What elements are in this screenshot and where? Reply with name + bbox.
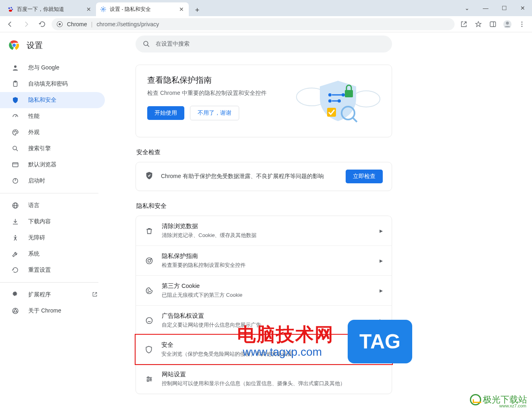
bookmark-star-icon[interactable]	[471, 17, 485, 31]
window-maximize-icon[interactable]: ☐	[495, 0, 513, 16]
chrome-icon	[56, 21, 63, 27]
target-icon	[145, 256, 154, 265]
window-close-icon[interactable]: ✕	[513, 0, 532, 16]
chevron-right-icon: ▸	[380, 227, 383, 235]
svg-line-27	[16, 149, 18, 151]
sidebar-divider	[0, 193, 98, 193]
sidebar-item-performance[interactable]: 性能	[0, 108, 105, 124]
watermark-green-url: www.xz7.com	[499, 403, 526, 408]
row-site-settings[interactable]: 网站设置控制网站可以使用和显示什么信息（如位置信息、摄像头、弹出式窗口及其他）	[136, 364, 392, 394]
row-privacy-guide[interactable]: 隐私保护指南检查重要的隐私控制设置和安全控件 ▸	[136, 245, 392, 275]
sidebar-item-downloads[interactable]: 下载内容	[0, 214, 105, 230]
back-button[interactable]	[3, 17, 17, 31]
svg-point-4	[102, 8, 104, 10]
svg-point-12	[522, 23, 523, 25]
svg-point-51	[148, 259, 151, 262]
svg-rect-28	[13, 163, 18, 167]
sidebar-item-languages[interactable]: 语言	[0, 197, 105, 214]
settings-search[interactable]: 在设置中搜索	[136, 36, 392, 52]
svg-point-60	[150, 378, 151, 380]
omnibox-chip: Chrome	[67, 21, 87, 27]
close-tab-icon[interactable]: ✕	[86, 6, 92, 13]
window-minimize-icon[interactable]: ―	[476, 0, 495, 16]
close-tab-icon[interactable]: ✕	[178, 6, 185, 13]
tab-strip: 百度一下，你就知道 ✕ 设置 - 隐私和安全 ✕ +	[0, 0, 532, 16]
svg-point-25	[16, 132, 17, 132]
sidebar-item-autofill[interactable]: 自动填充和密码	[0, 76, 105, 92]
browser-icon	[11, 161, 19, 169]
chrome-logo-icon	[9, 40, 19, 50]
trash-icon	[145, 227, 154, 235]
window-dropdown-icon[interactable]: ⌄	[458, 0, 476, 16]
shield-icon	[11, 96, 19, 104]
new-tab-button[interactable]: +	[191, 4, 203, 16]
svg-point-53	[150, 291, 150, 292]
tab-title: 百度一下，你就知道	[17, 6, 82, 13]
svg-point-54	[148, 292, 149, 292]
privacy-list-card: 清除浏览数据清除浏览记录、Cookie、缓存及其他数据 ▸ 隐私保护指南检查重要…	[136, 216, 392, 394]
settings-sidebar: 您与 Google 自动填充和密码 隐私和安全 性能 外观 搜索引擎 默认浏览器…	[0, 58, 105, 409]
browser-toolbar: Chrome | chrome://settings/privacy	[0, 16, 532, 32]
sidebar-item-default-browser[interactable]: 默认浏览器	[0, 157, 105, 173]
search-placeholder: 在设置中搜索	[156, 40, 190, 48]
omnibox-url: chrome://settings/privacy	[96, 21, 159, 27]
forward-button[interactable]	[19, 17, 33, 31]
svg-point-52	[148, 289, 149, 290]
chevron-right-icon: ▸	[380, 257, 383, 264]
safety-check-card: Chrome 有助于保护您免受数据泄露、不良扩展程序等问题的影响 立即检查	[136, 162, 392, 191]
power-icon	[11, 177, 19, 185]
search-icon	[11, 145, 19, 153]
privacy-section-title: 隐私和安全	[136, 202, 392, 210]
kebab-menu-icon[interactable]	[515, 17, 529, 31]
profile-avatar-icon[interactable]	[501, 17, 514, 31]
svg-point-59	[148, 377, 149, 378]
download-icon	[11, 218, 19, 226]
svg-point-24	[15, 131, 16, 132]
svg-line-49	[353, 118, 357, 122]
sidebar-item-you-and-google[interactable]: 您与 Google	[0, 60, 105, 76]
accessibility-icon	[11, 234, 19, 242]
svg-point-19	[14, 65, 17, 68]
browser-tab-baidu[interactable]: 百度一下，你就知道 ✕	[3, 2, 96, 16]
security-shield-icon	[144, 345, 153, 354]
dismiss-guide-button[interactable]: 不用了，谢谢	[190, 106, 239, 120]
omnibox[interactable]: Chrome | chrome://settings/privacy	[52, 18, 455, 30]
svg-rect-7	[490, 22, 496, 27]
chrome-icon	[11, 307, 19, 315]
sidebar-item-reset[interactable]: 重置设置	[0, 262, 105, 278]
svg-rect-46	[345, 90, 353, 97]
svg-point-45	[338, 99, 341, 103]
reload-button[interactable]	[35, 17, 49, 31]
settings-main: 查看隐私保护指南 检查 Chrome 中重要的隐私控制设置和安全控件 开始使用 …	[136, 65, 392, 394]
restore-icon	[11, 266, 19, 274]
guide-subtitle: 检查 Chrome 中重要的隐私控制设置和安全控件	[147, 90, 292, 97]
svg-point-2	[12, 8, 13, 10]
row-clear-browsing-data[interactable]: 清除浏览数据清除浏览记录、Cookie、缓存及其他数据 ▸	[136, 216, 392, 245]
globe-icon	[11, 201, 19, 210]
sidebar-item-accessibility[interactable]: 无障碍	[0, 230, 105, 246]
sidebar-item-extensions[interactable]: 扩展程序	[0, 287, 105, 303]
svg-point-10	[506, 21, 509, 24]
row-ad-privacy[interactable]: 广告隐私权设置自定义要让网站使用什么信息向您展示广告 ▸	[136, 305, 392, 335]
sidebar-item-on-startup[interactable]: 启动时	[0, 173, 105, 189]
sidebar-item-about-chrome[interactable]: 关于 Chrome	[0, 303, 105, 319]
shield-check-icon	[145, 171, 154, 182]
sidebar-item-appearance[interactable]: 外观	[0, 124, 105, 141]
share-icon[interactable]	[457, 17, 471, 31]
safety-check-section-title: 安全检查	[136, 149, 392, 156]
browser-tab-settings[interactable]: 设置 - 隐私和安全 ✕	[96, 2, 189, 16]
svg-point-23	[14, 132, 15, 132]
row-third-party-cookies[interactable]: 第三方 Cookie已阻止无痕模式下的第三方 Cookie ▸	[136, 275, 392, 305]
swirl-icon	[470, 394, 481, 405]
window-controls: ⌄ ― ☐ ✕	[458, 0, 532, 16]
sidebar-item-search-engine[interactable]: 搜索引擎	[0, 141, 105, 157]
start-guide-button[interactable]: 开始使用	[147, 106, 184, 120]
svg-point-0	[8, 7, 10, 9]
side-panel-icon[interactable]	[486, 17, 500, 31]
svg-point-1	[10, 7, 12, 8]
row-security[interactable]: 安全安全浏览（保护您免受危险网站的侵害）和其他安全设置	[135, 334, 393, 365]
search-icon	[143, 40, 150, 48]
sidebar-item-privacy-security[interactable]: 隐私和安全	[0, 92, 105, 108]
run-safety-check-button[interactable]: 立即检查	[346, 170, 383, 183]
sidebar-item-system[interactable]: 系统	[0, 246, 105, 262]
